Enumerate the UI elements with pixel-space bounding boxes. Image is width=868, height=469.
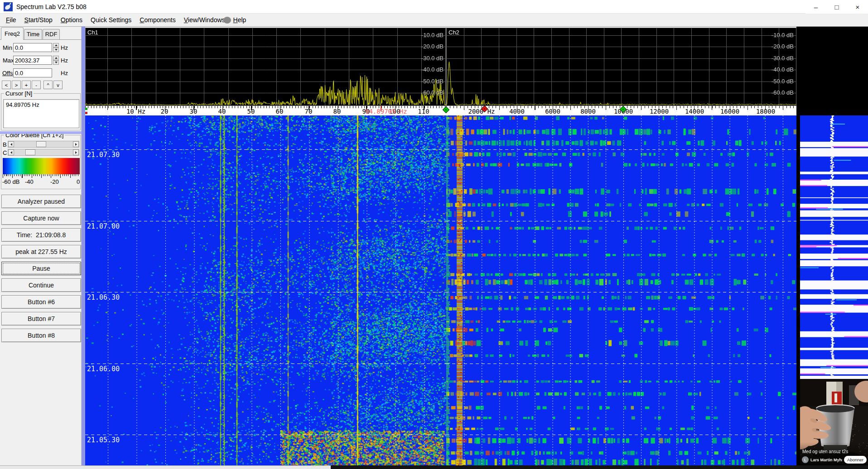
db-label: -50.0 dB — [421, 77, 444, 86]
contrast-thumb[interactable] — [25, 149, 35, 155]
nav-up-button[interactable]: ^ — [43, 81, 53, 89]
freq-tick: 18000 — [756, 108, 775, 115]
min-input[interactable] — [13, 43, 52, 52]
vertical-splitter[interactable] — [82, 27, 85, 465]
horizontal-splitter[interactable] — [0, 131, 82, 134]
close-button[interactable]: × — [847, 0, 868, 14]
db-label: -20.0 dB — [421, 43, 444, 51]
video-overlay[interactable]: Med og uten ansuz t2s L Lars Martin Myhr… — [800, 379, 868, 465]
time-label: 21.06.30 — [87, 293, 120, 302]
nav-right-button[interactable]: > — [12, 81, 21, 89]
ch2-label: Ch2 — [448, 29, 459, 36]
analyzer-paused-button[interactable]: Analyzer paused — [1, 195, 81, 208]
cursor-group: Cursor [N] 94.89705 Hz — [1, 93, 81, 130]
freq-tick: 10 Hz — [126, 108, 145, 115]
zoom-out-button[interactable]: - — [32, 81, 41, 89]
freq-tick: 110 — [418, 108, 429, 115]
continue-button[interactable]: Continue — [1, 278, 81, 292]
time-readout-button[interactable]: Time: 21:09:08.8 — [1, 228, 81, 242]
menu-components[interactable]: Components — [135, 14, 179, 26]
spin-down-icon[interactable] — [53, 60, 59, 65]
freq-tick: 4000 — [509, 108, 525, 115]
button-7[interactable]: Button #7 — [1, 312, 81, 325]
contrast-label: C — [3, 149, 7, 156]
offs-input[interactable] — [13, 68, 52, 77]
menu-file[interactable]: File — [2, 14, 20, 26]
avatar[interactable]: L — [802, 456, 809, 463]
offs-unit: Hz — [61, 70, 68, 77]
scale-minus40: -40 — [25, 178, 34, 185]
ch1-waterfall[interactable] — [85, 115, 446, 465]
spin-up-icon[interactable] — [53, 43, 59, 48]
arrow-left-icon[interactable] — [8, 141, 14, 147]
button-8[interactable]: Button #8 — [1, 329, 81, 342]
palette-group: Color Palette [Ch 1+2] B C -60 dB -40 -2… — [1, 135, 81, 189]
menu-view-windows[interactable]: View/Windows — [180, 14, 229, 26]
brightness-slider[interactable] — [8, 141, 79, 148]
zoom-in-button[interactable]: + — [22, 81, 31, 89]
menu-options[interactable]: Options — [57, 14, 87, 26]
ruler-edge-mark-red — [85, 112, 87, 114]
ch2-spectrum-canvas[interactable] — [446, 28, 796, 106]
freq-tick: 8000 — [580, 108, 596, 115]
video-caption: Med og uten ansuz t2s — [802, 449, 848, 454]
nav-left-button[interactable]: < — [2, 81, 11, 89]
max-label: Max — [3, 57, 14, 64]
nav-down-button[interactable]: v — [53, 81, 63, 89]
arrow-right-icon[interactable] — [73, 149, 79, 155]
freq-tick: 50 — [247, 108, 255, 115]
max-spinner[interactable] — [53, 56, 59, 65]
min-label: Min — [3, 44, 12, 51]
capture-now-button[interactable]: Capture now — [1, 211, 81, 225]
ch1-label: Ch1 — [87, 29, 98, 36]
min-spinner[interactable] — [53, 43, 59, 52]
menu-quick-settings[interactable]: Quick Settings — [87, 14, 135, 26]
ch1-spectrum-panel[interactable]: Ch1 -10.0 dB -20.0 dB -30.0 dB -40.0 dB … — [85, 28, 446, 106]
tab-freq2[interactable]: Freq2 — [1, 27, 24, 40]
brightness-thumb[interactable] — [36, 141, 46, 147]
scale-minus60: -60 dB — [2, 178, 19, 185]
freq-tick: 80 — [333, 108, 341, 115]
arrow-left-icon[interactable] — [8, 149, 14, 155]
spectrum-lab-window: Spectrum Lab V2.75 b08 – □ × File Start/… — [0, 0, 868, 469]
ch1-spectrum-canvas[interactable] — [85, 28, 446, 106]
cursor-readout-box: 94.89705 Hz — [3, 99, 79, 128]
control-panel: Freq2 Time RDF Min Hz Max Hz Offs Hz < >… — [0, 27, 82, 465]
spin-up-icon[interactable] — [53, 56, 59, 60]
tab-time[interactable]: Time — [24, 29, 42, 39]
channel-name[interactable]: Lars Martin Myhre — [810, 458, 842, 462]
ch2-waterfall[interactable] — [446, 115, 796, 465]
menu-start-stop[interactable]: Start/Stop — [20, 14, 57, 26]
peak-readout-button[interactable]: peak at 227.55 Hz — [1, 245, 81, 258]
maximize-button[interactable]: □ — [826, 0, 847, 14]
spin-down-icon[interactable] — [53, 48, 59, 52]
contrast-slider[interactable] — [8, 149, 79, 156]
db-label: -40.0 dB — [421, 66, 444, 74]
max-input[interactable] — [13, 56, 52, 65]
cursor-tick-mark — [381, 106, 381, 111]
tab-rdf[interactable]: RDF — [43, 29, 60, 39]
subscribe-button[interactable]: Abonner — [844, 456, 867, 464]
button-6[interactable]: Button #6 — [1, 295, 81, 309]
title-bar: Spectrum Lab V2.75 b08 – □ × — [0, 0, 868, 14]
max-unit: Hz — [61, 57, 68, 64]
arrow-right-icon[interactable] — [73, 141, 79, 147]
freq-tick: 30 — [190, 108, 198, 115]
cursor-frequency-readout: 94.89705 Hz — [365, 108, 407, 115]
db-label: -40.0 dB — [772, 66, 794, 74]
offs-label[interactable]: Offs — [2, 70, 13, 77]
scale-zero: 0 — [77, 178, 80, 185]
ruler-edge-mark-green — [85, 108, 87, 110]
pause-button[interactable]: Pause — [1, 262, 81, 275]
bottom-strip-right — [331, 465, 868, 469]
time-label: 21.05.30 — [87, 436, 120, 444]
menu-help[interactable]: Help — [229, 14, 251, 26]
brightness-label: B — [3, 141, 7, 148]
time-label: 21.07.00 — [87, 222, 120, 230]
ch2-spectrum-panel[interactable]: Ch2 -10.0 dB -20.0 dB -30.0 dB -40.0 dB … — [446, 28, 796, 106]
minimize-button[interactable]: – — [805, 0, 826, 14]
scale-minus20: -20 — [50, 178, 59, 185]
menu-bar: File Start/Stop Options Quick Settings C… — [0, 14, 868, 27]
db-label: -60.0 dB — [421, 89, 444, 97]
status-led-icon — [223, 17, 231, 24]
